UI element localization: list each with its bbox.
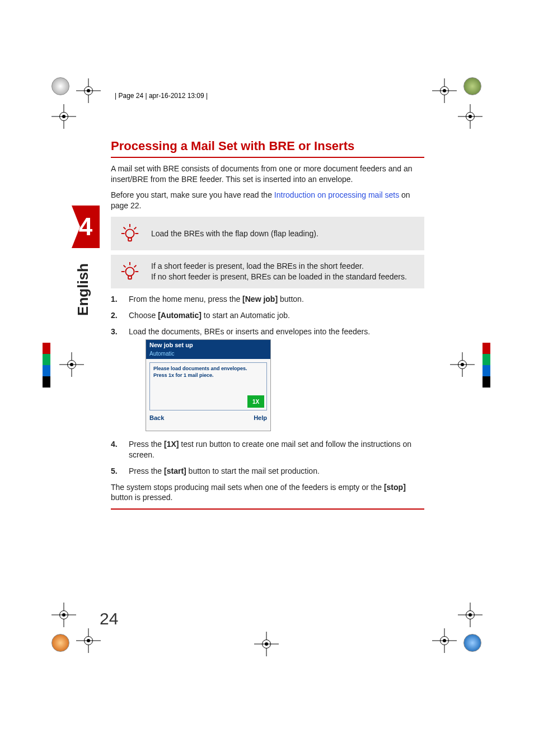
scr-1x-button: 1X	[247, 395, 264, 408]
corner-dot	[463, 77, 481, 95]
registration-mark	[432, 78, 457, 103]
lightbulb-icon	[119, 260, 141, 283]
step-item: Load the documents, BREs or inserts and …	[111, 326, 424, 433]
svg-line-12	[124, 265, 126, 268]
text: to start an Automatic job.	[202, 311, 290, 320]
before-paragraph: Before you start, make sure you have rea…	[111, 190, 424, 211]
color-bar	[43, 343, 50, 388]
closing-rule	[111, 508, 424, 510]
bold: [Automatic]	[158, 311, 202, 320]
text: Before you start, make sure you have rea…	[111, 190, 274, 199]
registration-mark	[51, 603, 76, 627]
bold: [New job]	[242, 295, 278, 304]
closing-paragraph: The system stops producing mail sets whe…	[111, 482, 424, 503]
text: Press the	[129, 466, 164, 475]
text: button to start the mail set production.	[186, 466, 320, 475]
registration-mark	[59, 352, 84, 377]
main-content: Processing a Mail Set with BRE or Insert…	[111, 138, 424, 510]
intro-paragraph: A mail set with BRE consists of document…	[111, 164, 424, 185]
note-text: Load the BREs with the flap down (flap l…	[151, 228, 416, 239]
intro-link[interactable]: Introduction on processing mail sets	[274, 190, 399, 199]
step-item: Choose [Automatic] to start an Automatic…	[111, 310, 424, 321]
step-item: Press the [1X] test run button to create…	[111, 439, 424, 460]
text: Load the documents, BREs or inserts and …	[129, 327, 370, 336]
svg-rect-8	[128, 276, 132, 279]
language-label: English	[74, 263, 92, 316]
svg-line-13	[134, 265, 137, 268]
color-bar	[483, 343, 490, 388]
registration-mark	[458, 603, 483, 627]
registration-mark	[51, 104, 76, 129]
svg-point-0	[125, 230, 134, 238]
text: From the home menu, press the	[129, 295, 242, 304]
bold: [stop]	[384, 483, 406, 492]
svg-line-5	[124, 227, 126, 230]
ui-screenshot: New job set up Automatic Please load doc…	[146, 339, 271, 431]
page-meta: | Page 24 | apr-16-2012 13:09 |	[115, 92, 208, 100]
section-title: Processing a Mail Set with BRE or Insert…	[111, 138, 424, 155]
corner-dot	[51, 634, 69, 652]
bold: [1X]	[164, 440, 179, 449]
steps-list: From the home menu, press the [New job] …	[111, 294, 424, 476]
note-line: If a short feeder is present, load the B…	[151, 261, 416, 272]
registration-mark	[450, 352, 475, 377]
scr-help: Help	[254, 414, 267, 422]
text: The system stops producing mail sets whe…	[111, 483, 384, 492]
scr-line: Please load documents and envelopes.	[153, 365, 263, 372]
scr-title: New job set up	[146, 340, 270, 350]
registration-mark	[254, 632, 279, 656]
scr-panel: Please load documents and envelopes. Pre…	[149, 362, 267, 410]
note-box: Load the BREs with the flap down (flap l…	[111, 217, 424, 250]
scr-line: Press 1x for 1 mail piece.	[153, 372, 263, 379]
note-text: If a short feeder is present, load the B…	[151, 261, 416, 282]
corner-dot	[51, 77, 69, 95]
registration-mark	[458, 104, 483, 129]
svg-rect-1	[128, 238, 132, 241]
text: Choose	[129, 311, 158, 320]
registration-mark	[76, 78, 101, 103]
step-item: From the home menu, press the [New job] …	[111, 294, 424, 305]
step-item: Press the [start] button to start the ma…	[111, 466, 424, 477]
text: Press the	[129, 440, 164, 449]
title-rule	[111, 157, 424, 158]
corner-dot	[463, 634, 481, 652]
scr-footer: Back Help	[146, 414, 270, 424]
scr-back: Back	[149, 414, 164, 422]
svg-line-6	[134, 227, 137, 230]
note-line: If no short feeder is present, BREs can …	[151, 272, 416, 282]
scr-subtitle: Automatic	[146, 350, 270, 360]
registration-mark	[432, 628, 457, 653]
note-box: If a short feeder is present, load the B…	[111, 255, 424, 288]
text: button.	[278, 295, 304, 304]
registration-mark	[76, 628, 101, 653]
svg-point-7	[125, 268, 134, 276]
lightbulb-icon	[119, 222, 141, 245]
bold: [start]	[164, 466, 186, 475]
chapter-tab: 4	[72, 206, 100, 248]
text: button is pressed.	[111, 493, 173, 502]
page-number: 24	[100, 609, 118, 628]
